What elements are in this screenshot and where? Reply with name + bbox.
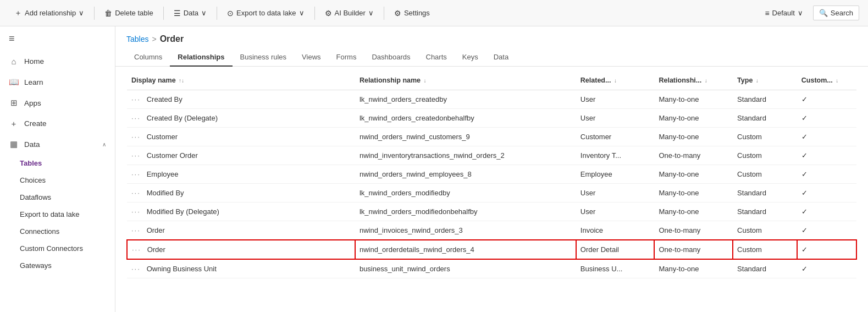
sidebar-hamburger[interactable]: ≡	[0, 26, 115, 51]
tab-data[interactable]: Data	[486, 48, 516, 67]
settings-button[interactable]: ⚙ Settings	[389, 6, 435, 21]
cell-rel-name: nwind_orderdetails_nwind_orders_4	[355, 240, 576, 259]
table-row[interactable]: ··· Customer Order nwind_inventorytransa…	[127, 146, 856, 165]
main-layout: ≡ ⌂ Home 📖 Learn ⊞ Apps + Create ▦ Data …	[0, 26, 868, 312]
tab-charts[interactable]: Charts	[418, 48, 455, 67]
tab-business-rules[interactable]: Business rules	[233, 48, 295, 67]
cell-type: Standard	[733, 259, 797, 278]
cell-custom: ✓	[797, 90, 856, 109]
row-ellipsis[interactable]: ···	[131, 226, 141, 234]
row-ellipsis[interactable]: ···	[131, 133, 141, 141]
table-row[interactable]: ··· Order nwind_invoices_nwind_orders_3 …	[127, 221, 856, 240]
row-ellipsis[interactable]: ···	[131, 95, 141, 103]
tab-columns[interactable]: Columns	[126, 48, 170, 67]
cell-display: ··· Customer Order	[127, 146, 355, 165]
add-relationship-button[interactable]: ＋ Add relationship ∨	[9, 5, 90, 21]
cell-custom: ✓	[797, 240, 856, 259]
cell-custom: ✓	[797, 146, 856, 165]
search-button[interactable]: 🔍 Search	[813, 6, 859, 20]
cell-rel-name: business_unit_nwind_orders	[355, 259, 576, 278]
tab-keys[interactable]: Keys	[455, 48, 486, 67]
sidebar-sub-item-tables[interactable]: Tables	[0, 155, 115, 172]
tab-dashboards[interactable]: Dashboards	[364, 48, 418, 67]
sidebar-sub-item-gateways[interactable]: Gateways	[0, 257, 115, 274]
th-rel-type[interactable]: Relationshi... ↓	[654, 71, 733, 90]
learn-icon: 📖	[9, 77, 19, 87]
checkmark-icon: ✓	[801, 170, 808, 178]
cell-display: ··· Modified By	[127, 184, 355, 202]
cell-related: User	[576, 202, 655, 221]
sidebar-item-home[interactable]: ⌂ Home	[0, 51, 115, 72]
checkmark-icon: ✓	[801, 265, 808, 273]
row-ellipsis[interactable]: ···	[131, 170, 141, 178]
data-expand-icon: ∧	[102, 141, 106, 147]
sidebar-sub-item-custom-connectors[interactable]: Custom Connectors	[0, 240, 115, 257]
divider-4	[314, 7, 315, 20]
table-row[interactable]: ··· Modified By (Delegate) lk_nwind_orde…	[127, 202, 856, 221]
cell-type: Standard	[733, 184, 797, 202]
sidebar-item-create[interactable]: + Create	[0, 113, 115, 134]
data-button[interactable]: ☰ Data ∨	[168, 6, 212, 21]
checkmark-icon: ✓	[801, 226, 808, 234]
th-display-name[interactable]: Display name ↑↓	[127, 71, 355, 90]
sidebar-sub-item-export[interactable]: Export to data lake	[0, 206, 115, 223]
row-ellipsis[interactable]: ···	[131, 265, 141, 273]
apps-icon: ⊞	[9, 98, 19, 108]
cell-rel-name: lk_nwind_orders_modifiedonbehalfby	[355, 202, 576, 221]
cell-display: ··· Created By (Delegate)	[127, 109, 355, 128]
divider-5	[384, 7, 384, 20]
tab-forms[interactable]: Forms	[329, 48, 364, 67]
default-button[interactable]: ≡ Default ∨	[759, 6, 808, 21]
sidebar-sub-item-dataflows[interactable]: Dataflows	[0, 189, 115, 206]
tab-relationships[interactable]: Relationships	[170, 48, 232, 67]
row-ellipsis[interactable]: ···	[131, 189, 141, 197]
checkmark-icon: ✓	[801, 133, 808, 141]
cell-related: Business U...	[576, 259, 655, 278]
cell-rel-type: One-to-many	[654, 240, 733, 259]
sidebar-item-learn[interactable]: 📖 Learn	[0, 72, 115, 92]
th-relationship-name[interactable]: Relationship name ↓	[355, 71, 576, 90]
cell-rel-name: lk_nwind_orders_createdonbehalfby	[355, 109, 576, 128]
checkmark-icon: ✓	[801, 151, 808, 160]
table-row[interactable]: ··· Customer nwind_orders_nwind_customer…	[127, 128, 856, 146]
cell-rel-name: nwind_invoices_nwind_orders_3	[355, 221, 576, 240]
cell-rel-type: Many-to-one	[654, 128, 733, 146]
th-related[interactable]: Related... ↓	[576, 71, 655, 90]
table-row[interactable]: ··· Created By lk_nwind_orders_createdby…	[127, 90, 856, 109]
hamburger-icon: ≡	[9, 33, 15, 45]
row-ellipsis[interactable]: ···	[132, 245, 141, 254]
th-customizable[interactable]: Custom... ↓	[797, 71, 856, 90]
cell-type: Standard	[733, 90, 797, 109]
row-ellipsis[interactable]: ···	[131, 151, 141, 160]
row-ellipsis[interactable]: ···	[131, 114, 141, 122]
settings-icon: ⚙	[394, 9, 401, 18]
divider-3	[217, 7, 217, 20]
ai-builder-button[interactable]: ⚙ AI Builder ∨	[319, 6, 379, 21]
table-row[interactable]: ··· Modified By lk_nwind_orders_modified…	[127, 184, 856, 202]
table-row[interactable]: ··· Owning Business Unit business_unit_n…	[127, 259, 856, 278]
tab-views[interactable]: Views	[294, 48, 328, 67]
cell-custom: ✓	[797, 109, 856, 128]
export-data-lake-button[interactable]: ⊙ Export to data lake ∨	[222, 6, 309, 21]
breadcrumb-tables-link[interactable]: Tables	[126, 35, 148, 43]
default-chevron: ∨	[798, 9, 803, 17]
toolbar-right: ≡ Default ∨ 🔍 Search	[759, 6, 859, 21]
table-row[interactable]: ··· Created By (Delegate) lk_nwind_order…	[127, 109, 856, 128]
cell-related: Invoice	[576, 221, 655, 240]
table-row[interactable]: ··· Order nwind_orderdetails_nwind_order…	[127, 240, 856, 259]
delete-table-button[interactable]: 🗑 Delete table	[99, 6, 158, 21]
cell-display: ··· Modified By (Delegate)	[127, 202, 355, 221]
sidebar-sub-item-connections[interactable]: Connections	[0, 223, 115, 240]
cell-related: User	[576, 184, 655, 202]
row-ellipsis[interactable]: ···	[131, 207, 141, 216]
th-type[interactable]: Type ↓	[733, 71, 797, 90]
cell-type: Custom	[733, 240, 797, 259]
create-icon: +	[9, 119, 19, 128]
cell-related: User	[576, 109, 655, 128]
cell-related: Inventory T...	[576, 146, 655, 165]
cell-custom: ✓	[797, 221, 856, 240]
table-row[interactable]: ··· Employee nwind_orders_nwind_employee…	[127, 165, 856, 184]
sidebar-item-apps[interactable]: ⊞ Apps	[0, 92, 115, 113]
sidebar-item-data[interactable]: ▦ Data ∧	[0, 134, 115, 155]
sidebar-sub-item-choices[interactable]: Choices	[0, 172, 115, 189]
